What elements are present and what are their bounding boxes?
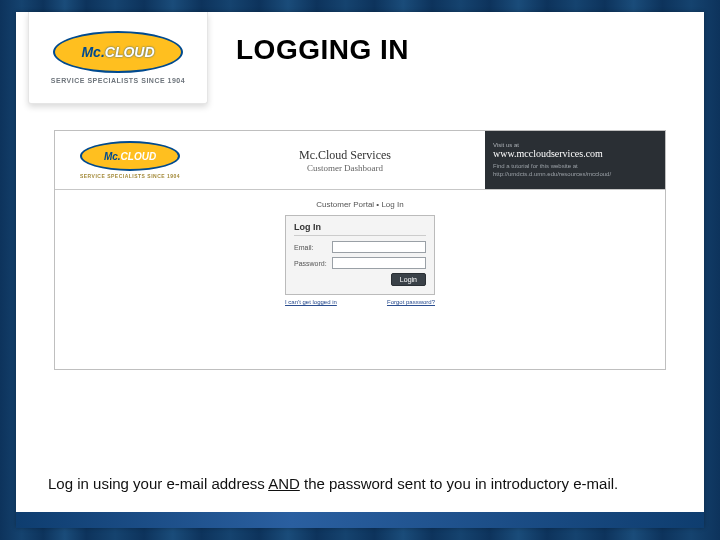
- login-button[interactable]: Login: [391, 273, 426, 286]
- page-title: LOGGING IN: [236, 34, 409, 66]
- slide: Mc.CLOUD SERVICE SPECIALISTS SINCE 1904 …: [16, 12, 704, 528]
- promo-url: www.mccloudservices.com: [493, 148, 657, 159]
- screenshot-title-line2: Customer Dashboard: [307, 163, 383, 173]
- screenshot-title: Mc.Cloud Services Customer Dashboard: [205, 131, 485, 189]
- slide-caption: Log in using your e-mail address AND the…: [48, 475, 672, 492]
- shot-logo-mc: Mc.: [104, 151, 121, 162]
- embedded-screenshot: Mc.CLOUD SERVICE SPECIALISTS SINCE 1904 …: [54, 130, 666, 370]
- help-link[interactable]: I can't get logged in: [285, 299, 337, 305]
- promo-panel: Visit us at www.mccloudservices.com Find…: [485, 131, 665, 189]
- divider: [55, 189, 665, 190]
- login-box: Log In Email: Password: Login: [285, 215, 435, 295]
- footer-band: [16, 512, 704, 528]
- email-field[interactable]: [332, 241, 426, 253]
- email-label: Email:: [294, 244, 332, 251]
- login-help-links: I can't get logged in Forgot password?: [285, 299, 435, 305]
- logo-mc: Mc.: [81, 44, 104, 60]
- breadcrumb: Customer Portal • Log In: [55, 200, 665, 209]
- shot-logo-tagline: SERVICE SPECIALISTS SINCE 1904: [80, 173, 180, 179]
- password-label: Password:: [294, 260, 332, 267]
- logo-cloud: CLOUD: [105, 44, 155, 60]
- forgot-password-link[interactable]: Forgot password?: [387, 299, 435, 305]
- logo-tagline: SERVICE SPECIALISTS SINCE 1904: [51, 77, 185, 84]
- screenshot-header: Mc.CLOUD SERVICE SPECIALISTS SINCE 1904 …: [55, 131, 665, 189]
- promo-tutorial-text: Find a tutorial for this website at http…: [493, 163, 657, 177]
- caption-and: AND: [268, 475, 300, 492]
- screenshot-title-line1: Mc.Cloud Services: [299, 148, 391, 163]
- login-title: Log In: [294, 222, 426, 236]
- password-field[interactable]: [332, 257, 426, 269]
- brand-logo: Mc.CLOUD: [53, 31, 183, 73]
- caption-pre: Log in using your e-mail address: [48, 475, 268, 492]
- shot-logo-cloud: CLOUD: [121, 151, 157, 162]
- logo-tab: Mc.CLOUD SERVICE SPECIALISTS SINCE 1904: [28, 12, 208, 104]
- screenshot-logo: Mc.CLOUD SERVICE SPECIALISTS SINCE 1904: [55, 131, 205, 189]
- caption-post: the password sent to you in introductory…: [300, 475, 619, 492]
- screenshot-body: Customer Portal • Log In Log In Email: P…: [55, 200, 665, 379]
